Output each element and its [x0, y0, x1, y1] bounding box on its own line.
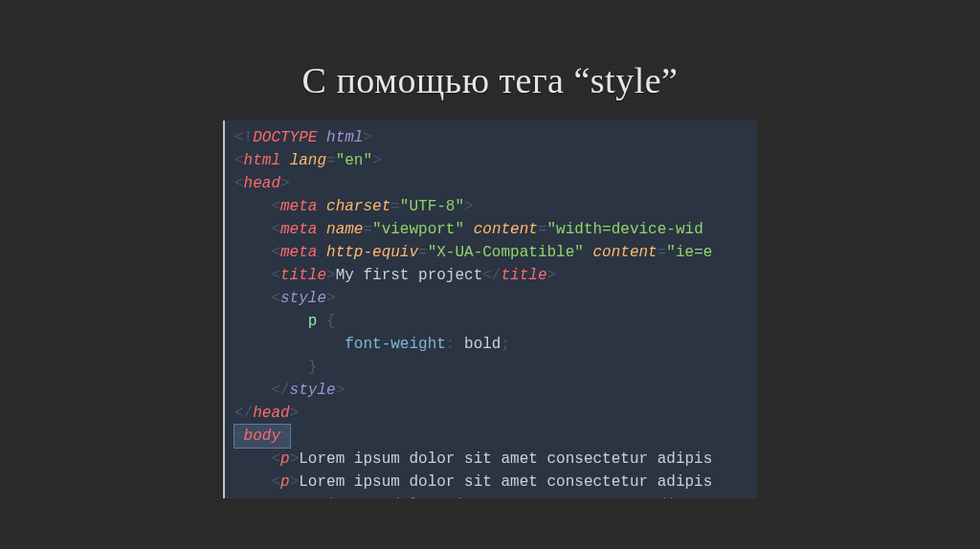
slide-title: С помощью тега “style”: [302, 59, 679, 101]
code-line: Lorem ipsum dolor sit amet consectetur a…: [234, 494, 757, 498]
code-line: <head>: [234, 172, 757, 195]
code-line: </style>: [234, 379, 757, 402]
code-line-highlighted: <body>: [234, 425, 757, 448]
code-editor: <!DOCTYPE html> <html lang="en"> <head> …: [223, 121, 757, 498]
code-line: <meta name="viewport" content="width=dev…: [234, 218, 757, 241]
code-line: }: [234, 356, 757, 379]
code-line: <meta charset="UTF-8">: [234, 195, 757, 218]
code-line: font-weight: bold;: [234, 333, 757, 356]
code-line: <p>Lorem ipsum dolor sit amet consectetu…: [234, 471, 757, 494]
slide: С помощью тега “style” <!DOCTYPE html> <…: [0, 0, 980, 549]
code-line: <p>Lorem ipsum dolor sit amet consectetu…: [234, 448, 757, 471]
code-line: <!DOCTYPE html>: [234, 126, 757, 149]
code-line: <html lang="en">: [234, 149, 757, 172]
code-line: p {: [234, 310, 757, 333]
code-line: <title>My first project</title>: [234, 264, 757, 287]
code-line: <style>: [234, 287, 757, 310]
code-line: </head>: [234, 402, 757, 425]
code-line: <meta http-equiv="X-UA-Compatible" conte…: [234, 241, 757, 264]
